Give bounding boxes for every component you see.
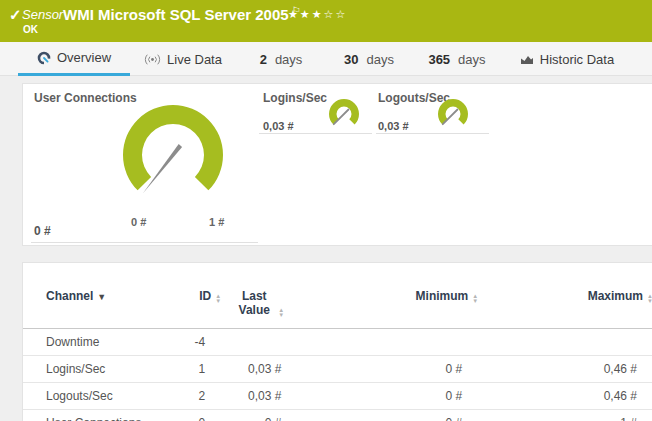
sort-icon: ▲▼ xyxy=(647,294,652,304)
logouts-value: 0,03 # xyxy=(378,120,409,132)
historic-data-icon xyxy=(520,54,534,65)
tab-30-days-unit: days xyxy=(367,52,394,67)
gauge-scale-max: 1 # xyxy=(209,216,224,228)
cell-id: -4 xyxy=(175,329,221,356)
tab-live-data-label: Live Data xyxy=(167,52,222,67)
table-header-row: Channel▼ ID▲▼ Last Value▲▼ Minimum▲▼ Max… xyxy=(23,283,652,329)
cell-id: 2 xyxy=(175,383,221,410)
gauge-icon xyxy=(37,51,51,65)
column-header-id-label: ID xyxy=(199,289,211,303)
cell-channel[interactable]: User Connections xyxy=(23,410,175,421)
cell-minimum: 0 # xyxy=(297,356,478,383)
cell-id: 0 xyxy=(175,410,221,421)
sensor-header: ✓ Sensor WMI Microsoft SQL Server 2005⚐ … xyxy=(0,0,652,42)
tab-365-days-number: 365 xyxy=(428,52,450,67)
cell-minimum: 0 # xyxy=(297,410,478,421)
channel-table-panel: Channel▼ ID▲▼ Last Value▲▼ Minimum▲▼ Max… xyxy=(22,262,652,421)
column-header-channel[interactable]: Channel▼ xyxy=(23,283,175,329)
divider xyxy=(259,133,372,134)
channel-table: Channel▼ ID▲▼ Last Value▲▼ Minimum▲▼ Max… xyxy=(23,283,652,421)
tab-historic-data[interactable]: Historic Data xyxy=(507,42,627,76)
sensor-title-text: WMI Microsoft SQL Server 2005 xyxy=(63,6,289,23)
column-header-minimum[interactable]: Minimum▲▼ xyxy=(297,283,478,329)
cell-maximum: 0,46 # xyxy=(478,356,652,383)
cell-id: 1 xyxy=(175,356,221,383)
tab-bar: Overview Live Data 2 days 30 days 365 da… xyxy=(0,42,652,76)
tab-30-days-number: 30 xyxy=(344,52,358,67)
logouts-gauge xyxy=(435,96,471,132)
column-header-id[interactable]: ID▲▼ xyxy=(175,283,221,329)
column-header-last-value-label: Last Value xyxy=(234,289,274,317)
cell-maximum: 1 # xyxy=(478,410,652,421)
cell-maximum xyxy=(478,329,652,356)
cell-maximum: 0,46 # xyxy=(478,383,652,410)
tab-live-data[interactable]: Live Data xyxy=(143,42,223,76)
column-header-minimum-label: Minimum xyxy=(416,289,469,303)
tab-overview[interactable]: Overview xyxy=(18,42,130,76)
cell-channel[interactable]: Logouts/Sec xyxy=(23,383,175,410)
cell-minimum: 0 # xyxy=(297,383,478,410)
column-header-maximum-label: Maximum xyxy=(588,289,643,303)
divider xyxy=(376,133,489,134)
cell-last-value: 0,03 # xyxy=(221,383,297,410)
user-connections-gauge xyxy=(118,100,228,210)
cell-channel[interactable]: Downtime xyxy=(23,329,175,356)
tab-2-days[interactable]: 2 days xyxy=(243,42,319,76)
logins-value: 0,03 # xyxy=(263,120,294,132)
cell-channel[interactable]: Logins/Sec xyxy=(23,356,175,383)
sensor-category-label: Sensor xyxy=(22,7,63,22)
priority-stars[interactable]: ★★★☆☆ xyxy=(288,8,347,21)
sort-icon: ▲▼ xyxy=(278,308,284,318)
gauge-needle xyxy=(143,144,182,194)
column-header-last-value[interactable]: Last Value▲▼ xyxy=(221,283,297,329)
tab-historic-data-label: Historic Data xyxy=(540,52,614,67)
logins-gauge xyxy=(326,96,362,132)
prtg-sensor-page: ✓ Sensor WMI Microsoft SQL Server 2005⚐ … xyxy=(0,0,652,421)
status-ok-check-icon: ✓ xyxy=(9,6,22,24)
column-header-channel-label: Channel xyxy=(46,289,93,303)
table-row-user-connections[interactable]: User Connections 0 0 # 0 # 1 # xyxy=(23,410,652,421)
cell-last-value: 0,03 # xyxy=(221,356,297,383)
column-header-maximum[interactable]: Maximum▲▼ xyxy=(478,283,652,329)
table-row-downtime[interactable]: Downtime -4 xyxy=(23,329,652,356)
sensor-status-badge: OK xyxy=(23,24,38,35)
table-row-logouts[interactable]: Logouts/Sec 2 0,03 # 0 # 0,46 # xyxy=(23,383,652,410)
cell-last-value xyxy=(221,329,297,356)
sensor-title: WMI Microsoft SQL Server 2005⚐ xyxy=(63,5,301,23)
user-connections-value: 0 # xyxy=(34,224,51,238)
tab-365-days-unit: days xyxy=(458,52,485,67)
cell-minimum xyxy=(297,329,478,356)
logins-label: Logins/Sec xyxy=(263,91,327,105)
table-row-logins[interactable]: Logins/Sec 1 0,03 # 0 # 0,46 # xyxy=(23,356,652,383)
sort-desc-icon: ▼ xyxy=(97,292,106,302)
tab-30-days[interactable]: 30 days xyxy=(331,42,407,76)
gauge-scale-min: 0 # xyxy=(131,216,146,228)
tab-365-days[interactable]: 365 days xyxy=(419,42,495,76)
tab-2-days-unit: days xyxy=(275,52,302,67)
sort-icon: ▲▼ xyxy=(215,294,221,304)
live-data-icon xyxy=(144,54,161,65)
divider xyxy=(31,242,258,243)
overview-gauges-panel: User Connections 0 # 1 # 0 # Logins/Sec … xyxy=(22,83,652,246)
tab-2-days-number: 2 xyxy=(260,52,267,67)
cell-last-value: 0 # xyxy=(221,410,297,421)
sort-icon: ▲▼ xyxy=(472,294,478,304)
tab-overview-label: Overview xyxy=(57,50,111,65)
